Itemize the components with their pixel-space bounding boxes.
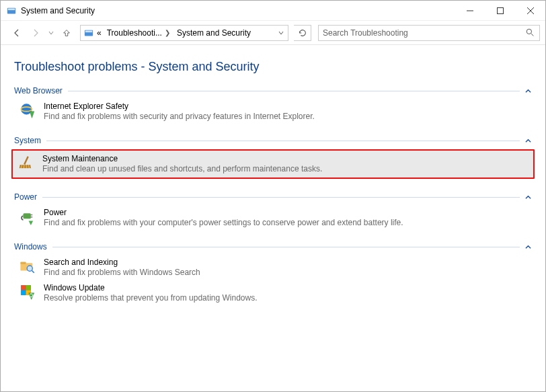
svg-rect-11 bbox=[24, 156, 29, 165]
svg-rect-22 bbox=[21, 290, 26, 295]
item-description: Resolve problems that prevent you from u… bbox=[44, 293, 258, 303]
close-button[interactable] bbox=[515, 1, 545, 20]
window-controls bbox=[455, 1, 545, 20]
section-items: Internet Explorer SafetyFind and fix pro… bbox=[14, 95, 532, 132]
svg-rect-5 bbox=[85, 30, 93, 32]
location-icon bbox=[83, 28, 94, 38]
chevron-right-icon: ❯ bbox=[165, 29, 170, 36]
breadcrumb-label: Troubleshooti... bbox=[107, 28, 162, 38]
search-input[interactable] bbox=[323, 28, 524, 38]
troubleshooter-item[interactable]: PowerFind and fix problems with your com… bbox=[14, 204, 532, 230]
address-dropdown[interactable] bbox=[276, 26, 286, 40]
power-plug-icon bbox=[18, 207, 37, 226]
section-header[interactable]: Web Browser bbox=[14, 86, 532, 95]
section-label: System bbox=[14, 136, 41, 145]
svg-rect-1 bbox=[8, 8, 15, 10]
troubleshooter-item[interactable]: Search and IndexingFind and fix problems… bbox=[14, 254, 532, 280]
control-panel-icon bbox=[6, 5, 17, 16]
breadcrumb-troubleshooting[interactable]: Troubleshooti... ❯ bbox=[104, 26, 174, 40]
item-title: Windows Update bbox=[44, 283, 258, 292]
breadcrumb-system-security[interactable]: System and Security bbox=[174, 26, 254, 40]
content-area: Troubleshoot problems - System and Secur… bbox=[1, 45, 545, 391]
ie-shield-icon bbox=[18, 101, 37, 120]
item-title: Internet Explorer Safety bbox=[44, 102, 315, 111]
chevron-up-icon[interactable] bbox=[524, 193, 532, 201]
item-description: Find and fix problems with security and … bbox=[44, 112, 315, 121]
svg-point-17 bbox=[27, 266, 32, 271]
breadcrumb-label: System and Security bbox=[177, 28, 251, 38]
back-button[interactable] bbox=[9, 25, 25, 41]
svg-point-6 bbox=[526, 29, 531, 34]
section-divider bbox=[42, 197, 520, 198]
section-label: Web Browser bbox=[14, 86, 63, 95]
search-folder-icon bbox=[18, 257, 37, 276]
item-title: System Maintenance bbox=[42, 154, 322, 163]
item-text: Search and IndexingFind and fix problems… bbox=[44, 257, 200, 277]
section-items: System MaintenanceFind and clean up unus… bbox=[14, 145, 532, 188]
item-text: Windows UpdateResolve problems that prev… bbox=[44, 282, 258, 303]
section-divider bbox=[46, 141, 520, 141]
item-title: Power bbox=[44, 208, 403, 217]
section-label: Power bbox=[14, 192, 37, 202]
section-items: Search and IndexingFind and fix problems… bbox=[14, 251, 532, 313]
svg-rect-14 bbox=[31, 217, 32, 218]
svg-rect-3 bbox=[497, 7, 503, 13]
maximize-button[interactable] bbox=[485, 1, 515, 20]
svg-line-18 bbox=[32, 271, 34, 273]
minimize-button[interactable] bbox=[455, 1, 485, 20]
item-description: Find and clean up unused files and short… bbox=[42, 164, 322, 173]
section-divider bbox=[68, 91, 520, 91]
svg-rect-21 bbox=[26, 285, 31, 290]
chevron-up-icon[interactable] bbox=[524, 136, 532, 145]
section-header[interactable]: Power bbox=[14, 192, 532, 202]
svg-line-7 bbox=[531, 34, 533, 36]
troubleshooter-item[interactable]: System MaintenanceFind and clean up unus… bbox=[11, 149, 535, 179]
item-text: PowerFind and fix problems with your com… bbox=[44, 207, 403, 227]
update-shield-icon bbox=[18, 282, 37, 301]
section-items: PowerFind and fix problems with your com… bbox=[14, 202, 532, 238]
svg-rect-16 bbox=[20, 262, 26, 264]
chevron-up-icon[interactable] bbox=[524, 243, 532, 251]
window-title: System and Security bbox=[21, 6, 455, 15]
search-icon[interactable] bbox=[524, 28, 535, 38]
address-bar[interactable]: « Troubleshooti... ❯ System and Security bbox=[80, 25, 288, 41]
svg-rect-12 bbox=[24, 213, 31, 219]
chevron-up-icon[interactable] bbox=[524, 87, 532, 95]
troubleshooter-item[interactable]: Windows UpdateResolve problems that prev… bbox=[14, 280, 532, 305]
item-title: Search and Indexing bbox=[44, 258, 200, 267]
svg-rect-20 bbox=[21, 285, 26, 290]
item-text: System MaintenanceFind and clean up unus… bbox=[42, 153, 322, 173]
section-header[interactable]: Windows bbox=[14, 242, 532, 251]
section-label: Windows bbox=[14, 242, 47, 251]
page-title: Troubleshoot problems - System and Secur… bbox=[14, 60, 532, 74]
refresh-button[interactable] bbox=[294, 25, 311, 41]
section-divider bbox=[52, 247, 520, 247]
forward-button[interactable] bbox=[28, 25, 44, 41]
item-description: Find and fix problems with your computer… bbox=[44, 218, 403, 227]
section-header[interactable]: System bbox=[14, 136, 532, 145]
svg-rect-13 bbox=[31, 214, 32, 216]
search-box[interactable] bbox=[318, 25, 540, 41]
item-description: Find and fix problems with Windows Searc… bbox=[44, 268, 200, 277]
titlebar: System and Security bbox=[1, 1, 545, 21]
toolbar: « Troubleshooti... ❯ System and Security bbox=[1, 21, 545, 45]
broom-icon bbox=[17, 153, 36, 172]
item-text: Internet Explorer SafetyFind and fix pro… bbox=[44, 101, 315, 121]
troubleshooter-item[interactable]: Internet Explorer SafetyFind and fix pro… bbox=[14, 98, 532, 124]
breadcrumb-prefix[interactable]: « bbox=[94, 26, 104, 40]
up-button[interactable] bbox=[58, 25, 75, 41]
history-dropdown[interactable] bbox=[46, 25, 56, 41]
